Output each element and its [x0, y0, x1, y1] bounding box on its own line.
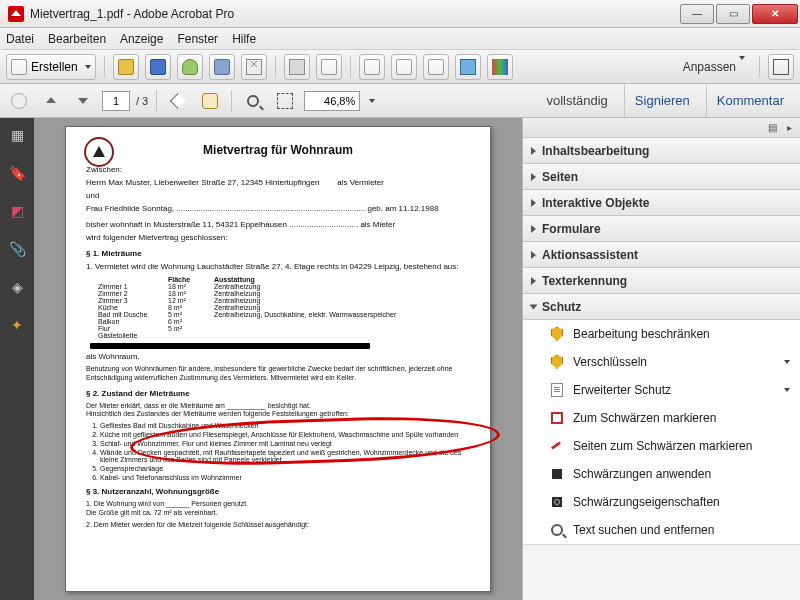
menu-fenster[interactable]: Fenster	[177, 32, 218, 46]
hand-tool[interactable]	[197, 88, 223, 114]
td: Zentralheizung	[212, 290, 412, 297]
arrow-down-icon	[75, 93, 91, 109]
fullscreen-button[interactable]	[768, 54, 794, 80]
list-item: Wände und Decken gespachtelt, mit Rauhfa…	[100, 449, 470, 463]
pane-menu-icon[interactable]: ▤	[768, 122, 777, 133]
save-button[interactable]	[145, 54, 171, 80]
clips-tab[interactable]: 📎	[6, 238, 28, 260]
td: Zentralheizung	[212, 297, 412, 304]
accordion-seiten[interactable]: Seiten	[523, 164, 800, 190]
td: 5 m²	[166, 311, 212, 318]
text: 1. Die Wohnung wird von ______ Personen …	[86, 500, 470, 518]
list-item: Schlaf- und Wohnzimmer, Flur und kleines…	[100, 440, 470, 447]
chevron-down-icon[interactable]	[369, 99, 375, 103]
text: Der Mieter erklärt, dass er die Mieträum…	[86, 402, 470, 420]
accordion-aktionsassistent[interactable]: Aktionsassistent	[523, 242, 800, 268]
create-label: Erstellen	[31, 60, 78, 74]
email-button[interactable]	[241, 54, 267, 80]
tools-pane: ▤ ▸ Inhaltsbearbeitung Seiten Interaktiv…	[522, 118, 800, 600]
search-remove-icon	[549, 522, 565, 538]
share-icon	[428, 59, 444, 75]
share-button[interactable]	[423, 54, 449, 80]
print-button[interactable]	[209, 54, 235, 80]
menu-anzeige[interactable]: Anzeige	[120, 32, 163, 46]
comment-panel-button[interactable]: Kommentar	[706, 84, 794, 118]
highlight-button[interactable]	[487, 54, 513, 80]
zoom-out-button[interactable]	[240, 88, 266, 114]
page-down-button[interactable]	[70, 88, 96, 114]
signatures-tab[interactable]: ✦	[6, 314, 28, 336]
list-item: Kabel- und Telefonanschluss im Wohnzimme…	[100, 474, 470, 481]
customize-button[interactable]: Anpassen	[683, 60, 745, 74]
rooms-table: Fläche Ausstattung Zimmer 118 m²Zentralh…	[96, 276, 470, 339]
document-logo	[84, 137, 114, 167]
td	[212, 332, 412, 339]
attachments-tab[interactable]: ◩	[6, 200, 28, 222]
text: als Mieter	[360, 220, 395, 229]
select-tool[interactable]	[165, 88, 191, 114]
schutz-search-remove[interactable]: Text suchen und entfernen	[523, 516, 800, 544]
menu-bearbeiten[interactable]: Bearbeiten	[48, 32, 106, 46]
accordion-interaktive-objekte[interactable]: Interaktive Objekte	[523, 190, 800, 216]
bookmarks-tab[interactable]: 🔖	[6, 162, 28, 184]
close-button[interactable]: ✕	[752, 4, 798, 24]
td: Zentralheizung	[212, 283, 412, 290]
edittext-button[interactable]	[455, 54, 481, 80]
combine-icon	[396, 59, 412, 75]
cloud-button[interactable]	[177, 54, 203, 80]
customize-label: Anpassen	[683, 60, 736, 74]
condition-list: Gefliestes Bad mit Duschkabine und Wasch…	[100, 422, 470, 481]
chevron-right-icon	[531, 147, 536, 155]
maximize-button[interactable]: ▭	[716, 4, 750, 24]
document-viewport[interactable]: Mietvertrag für Wohnraum Zwischen: Herrn…	[34, 118, 522, 600]
chevron-down-icon	[784, 388, 790, 392]
window-titlebar: Mietvertrag_1.pdf - Adobe Acrobat Pro — …	[0, 0, 800, 28]
document-icon	[11, 59, 27, 75]
document-title: Mietvertrag für Wohnraum	[86, 143, 470, 157]
layers-tab[interactable]: ◈	[6, 276, 28, 298]
page-number-input[interactable]	[102, 91, 130, 111]
text: Frau Friedhilde Sonntag,	[86, 204, 176, 213]
sign-panel-button[interactable]: Signieren	[624, 84, 700, 118]
schutz-advanced[interactable]: Erweiterter Schutz	[523, 376, 800, 404]
schutz-apply-redactions[interactable]: Schwärzungen anwenden	[523, 460, 800, 488]
td: 6 m²	[166, 318, 212, 325]
clipboard-button[interactable]	[359, 54, 385, 80]
first-page-button[interactable]	[6, 88, 32, 114]
td: 8 m²	[166, 304, 212, 311]
edit-text-icon	[460, 59, 476, 75]
text: bisher wohnhaft in Musterstraße 11, 5432…	[86, 220, 470, 230]
chevron-right-icon	[531, 199, 536, 207]
accordion-inhaltsbearbeitung[interactable]: Inhaltsbearbeitung	[523, 138, 800, 164]
scan-button[interactable]	[284, 54, 310, 80]
thumbnails-tab[interactable]: ▦	[6, 124, 28, 146]
accordion-schutz[interactable]: Schutz	[523, 294, 800, 320]
schutz-restrict-editing[interactable]: Bearbeitung beschränken	[523, 320, 800, 348]
arrow-up-icon	[43, 93, 59, 109]
create-button[interactable]: Erstellen	[6, 54, 96, 80]
text: wird folgender Mietvertrag geschlossen:	[86, 233, 470, 243]
page-up-button[interactable]	[38, 88, 64, 114]
pane-collapse-icon[interactable]: ▸	[787, 122, 792, 133]
separator	[759, 56, 760, 78]
menu-datei[interactable]: Datei	[6, 32, 34, 46]
accordion-texterkennung[interactable]: Texterkennung	[523, 268, 800, 294]
apply-redaction-icon	[549, 466, 565, 482]
menu-hilfe[interactable]: Hilfe	[232, 32, 256, 46]
zoom-level-input[interactable]	[304, 91, 360, 111]
schutz-mark-pages-redact[interactable]: Seiten zum Schwärzen markieren	[523, 432, 800, 460]
schutz-mark-redact[interactable]: Zum Schwärzen markieren	[523, 404, 800, 432]
tools-label: vollständig	[546, 93, 607, 108]
webcapture-button[interactable]	[316, 54, 342, 80]
schutz-encrypt[interactable]: Verschlüsseln	[523, 348, 800, 376]
td: Zimmer 1	[96, 283, 166, 290]
open-button[interactable]	[113, 54, 139, 80]
minimize-button[interactable]: —	[680, 4, 714, 24]
accordion-formulare[interactable]: Formulare	[523, 216, 800, 242]
tools-dropdown[interactable]: vollständig	[536, 84, 617, 118]
combine-button[interactable]	[391, 54, 417, 80]
zoom-marquee-button[interactable]	[272, 88, 298, 114]
print-icon	[214, 59, 230, 75]
separator	[156, 90, 157, 112]
schutz-redaction-properties[interactable]: Schwärzungseigenschaften	[523, 488, 800, 516]
